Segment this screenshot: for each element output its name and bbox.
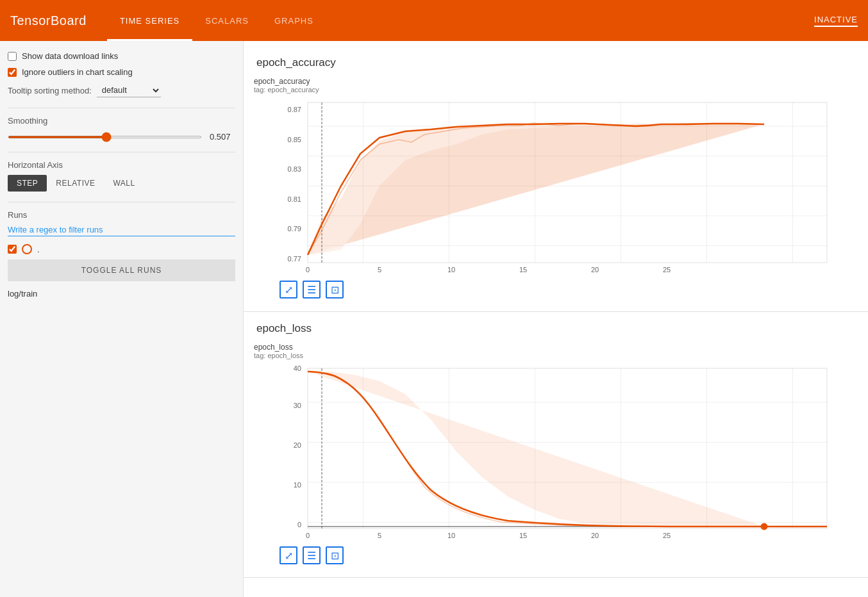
svg-text:0.79: 0.79: [288, 225, 301, 233]
download-button-loss[interactable]: ⊡: [326, 546, 344, 564]
divider-3: [8, 202, 235, 202]
show-download-row[interactable]: Show data download links: [8, 51, 235, 61]
smoothing-label: Smoothing: [8, 116, 235, 126]
svg-text:20: 20: [294, 441, 301, 449]
divider-2: [8, 152, 235, 152]
sidebar: Show data download links Ignore outliers…: [0, 41, 244, 597]
tooltip-sort-select[interactable]: default ascending descending nearest: [97, 83, 161, 97]
epoch-accuracy-svg: 0.77 0.79 0.81 0.83 0.85 0.87 0 5 10 15 …: [254, 96, 858, 275]
axis-wall-button[interactable]: WALL: [104, 175, 144, 192]
svg-text:25: 25: [663, 266, 671, 274]
epoch-loss-container: epoch_loss tag: epoch_loss 0 10 20: [244, 338, 868, 577]
svg-text:0: 0: [306, 266, 310, 274]
expand-icon-loss: ⤢: [285, 550, 293, 562]
svg-text:0: 0: [306, 532, 310, 539]
tooltip-sort-label: Tooltip sorting method:: [8, 86, 92, 95]
svg-text:15: 15: [519, 266, 527, 274]
svg-text:30: 30: [294, 402, 301, 409]
epoch-accuracy-tag: tag: epoch_accuracy: [254, 86, 858, 94]
axis-buttons: STEP RELATIVE WALL: [8, 175, 235, 192]
log-path: log/train: [8, 289, 235, 298]
axis-step-button[interactable]: STEP: [8, 175, 47, 192]
data-table-button-accuracy[interactable]: ☰: [303, 281, 321, 298]
svg-text:5: 5: [378, 532, 381, 539]
epoch-accuracy-chart-area: 0.77 0.79 0.81 0.83 0.85 0.87 0 5 10 15 …: [254, 96, 858, 275]
axis-relative-button[interactable]: RELATIVE: [47, 175, 104, 192]
show-download-checkbox[interactable]: [8, 52, 17, 61]
svg-text:0: 0: [297, 521, 301, 528]
settings-section: Show data download links Ignore outliers…: [8, 51, 235, 97]
runs-section: Runs . TOGGLE ALL RUNS log/train: [8, 210, 235, 298]
svg-text:20: 20: [591, 266, 599, 274]
svg-text:0.77: 0.77: [288, 255, 301, 263]
expand-button-loss[interactable]: ⤢: [280, 546, 297, 564]
epoch-loss-title: epoch_loss: [244, 312, 868, 338]
download-icon-loss: ⊡: [331, 550, 339, 562]
epoch-loss-section: epoch_loss epoch_loss tag: epoch_loss 0: [244, 312, 868, 578]
smoothing-value: 0.507: [210, 132, 235, 142]
epoch-loss-chart-area: 0 10 20 30 40 0 5 10 15 20 25: [254, 362, 858, 541]
svg-text:10: 10: [294, 481, 301, 489]
divider-1: [8, 108, 235, 108]
epoch-accuracy-chart-title: epoch_accuracy: [254, 77, 858, 86]
expand-button-accuracy[interactable]: ⤢: [280, 281, 297, 298]
epoch-loss-actions: ⤢ ☰ ⊡: [254, 541, 858, 572]
show-download-label: Show data download links: [22, 51, 118, 61]
ignore-outliers-row[interactable]: Ignore outliers in chart scaling: [8, 67, 235, 77]
svg-text:5: 5: [378, 266, 381, 274]
ignore-outliers-checkbox[interactable]: [8, 68, 17, 77]
tooltip-sort-row: Tooltip sorting method: default ascendin…: [8, 83, 235, 97]
navbar: TensorBoard TIME SERIES SCALARS GRAPHS I…: [0, 0, 868, 41]
svg-text:0.87: 0.87: [288, 106, 301, 113]
run-dot-label: .: [37, 245, 40, 254]
data-table-icon-loss: ☰: [307, 550, 316, 562]
epoch-loss-svg: 0 10 20 30 40 0 5 10 15 20 25: [254, 362, 858, 541]
epoch-accuracy-container: epoch_accuracy tag: epoch_accuracy 0.77 …: [244, 72, 868, 311]
svg-text:25: 25: [663, 532, 671, 539]
epoch-accuracy-section: epoch_accuracy epoch_accuracy tag: epoch…: [244, 46, 868, 312]
epoch-accuracy-actions: ⤢ ☰ ⊡: [254, 275, 858, 306]
svg-text:0.85: 0.85: [288, 136, 301, 143]
nav-links: TIME SERIES SCALARS GRAPHS: [107, 0, 326, 41]
smoothing-section: Smoothing 0.507: [8, 116, 235, 142]
runs-filter-input[interactable]: [8, 224, 235, 236]
nav-time-series[interactable]: TIME SERIES: [107, 0, 192, 41]
run-checkbox[interactable]: [8, 245, 17, 254]
run-circle-icon: [22, 244, 32, 254]
download-button-accuracy[interactable]: ⊡: [326, 281, 344, 298]
epoch-accuracy-title: epoch_accuracy: [244, 46, 868, 72]
svg-text:20: 20: [591, 532, 599, 539]
brand-title: TensorBoard: [10, 13, 87, 28]
status-badge: INACTIVE: [814, 15, 858, 27]
epoch-loss-chart-title: epoch_loss: [254, 343, 858, 352]
nav-scalars[interactable]: SCALARS: [192, 0, 262, 41]
svg-text:15: 15: [519, 532, 527, 539]
horizontal-axis-section: Horizontal Axis STEP RELATIVE WALL: [8, 160, 235, 192]
data-table-button-loss[interactable]: ☰: [303, 546, 321, 564]
expand-icon: ⤢: [285, 284, 293, 296]
svg-text:40: 40: [294, 364, 301, 372]
run-item: .: [8, 244, 235, 254]
smoothing-slider[interactable]: [8, 136, 202, 138]
svg-text:0.83: 0.83: [288, 165, 301, 173]
smoothing-slider-row: 0.507: [8, 132, 235, 142]
download-icon: ⊡: [331, 284, 339, 296]
svg-text:10: 10: [447, 266, 455, 274]
runs-label: Runs: [8, 210, 235, 220]
app-layout: Show data download links Ignore outliers…: [0, 41, 868, 597]
epoch-loss-tag: tag: epoch_loss: [254, 352, 858, 359]
svg-text:10: 10: [447, 532, 455, 539]
nav-graphs[interactable]: GRAPHS: [262, 0, 326, 41]
toggle-all-runs-button[interactable]: TOGGLE ALL RUNS: [8, 259, 235, 281]
ignore-outliers-label: Ignore outliers in chart scaling: [22, 67, 133, 77]
horizontal-axis-label: Horizontal Axis: [8, 160, 235, 170]
main-content: epoch_accuracy epoch_accuracy tag: epoch…: [244, 41, 868, 597]
svg-text:0.81: 0.81: [288, 195, 301, 203]
data-table-icon: ☰: [307, 284, 316, 296]
